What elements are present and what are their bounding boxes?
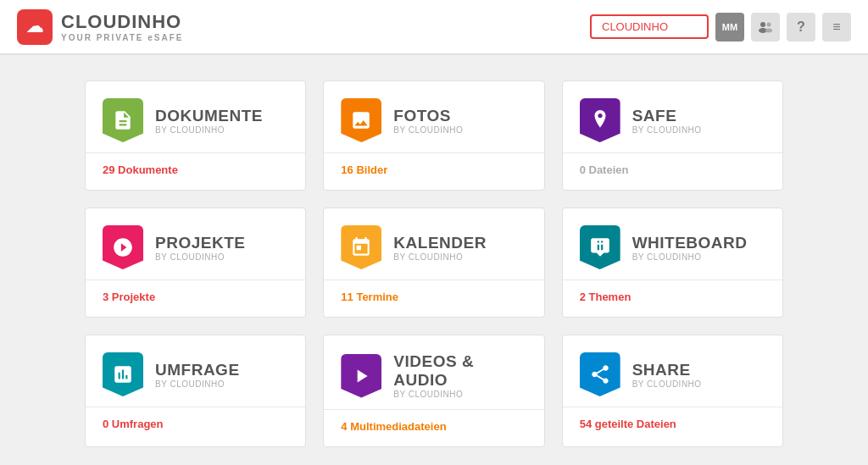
tile-divider-dokumente — [86, 152, 305, 153]
help-button[interactable]: ? — [787, 13, 815, 42]
tile-divider-videos — [324, 409, 543, 410]
tile-icon-whiteboard — [580, 225, 620, 269]
tile-header-whiteboard: WHITEBOARD BY CLOUDINHO — [580, 225, 765, 269]
tile-divider-whiteboard — [563, 280, 782, 280]
tile-divider-safe — [563, 152, 782, 153]
tile-name-projekte: PROJEKTE — [155, 234, 245, 252]
tile-title-area-kalender: KALENDER BY CLOUDINHO — [393, 234, 487, 262]
tile-name-whiteboard: WHITEBOARD — [632, 234, 748, 252]
svg-point-5 — [765, 28, 772, 32]
main-content: DOKUMENTE BY CLOUDINHO 29 Dokumente FOTO… — [0, 55, 868, 465]
tile-count-safe: 0 Dateien — [580, 163, 629, 176]
mm-button[interactable]: MM — [715, 13, 744, 42]
tile-divider-umfrage — [86, 407, 305, 407]
tile-by-umfrage: BY CLOUDINHO — [155, 379, 240, 389]
tile-by-dokumente: BY CLOUDINHO — [155, 125, 263, 135]
tile-title-area-projekte: PROJEKTE BY CLOUDINHO — [155, 234, 245, 262]
logo-area: ☁ CLOUDINHO YOUR PRIVATE eSAFE — [17, 9, 184, 45]
tile-name-share: SHARE — [632, 361, 702, 379]
tile-header-videos: VIDEOS & AUDIO BY CLOUDINHO — [341, 352, 526, 399]
tile-count-projekte: 3 Projekte — [103, 291, 155, 303]
users-button[interactable] — [751, 13, 780, 42]
tile-name-dokumente: DOKUMENTE — [155, 107, 263, 125]
logo-text: CLOUDINHO YOUR PRIVATE eSAFE — [61, 11, 184, 42]
tile-projekte[interactable]: PROJEKTE BY CLOUDINHO 3 Projekte — [85, 208, 306, 318]
tile-title-area-dokumente: DOKUMENTE BY CLOUDINHO — [155, 107, 263, 135]
tile-by-videos: BY CLOUDINHO — [393, 390, 526, 399]
tile-count-kalender: 11 Termine — [341, 291, 398, 303]
menu-icon: ≡ — [832, 19, 840, 35]
tile-divider-projekte — [86, 280, 305, 280]
tile-count-whiteboard: 2 Themen — [580, 291, 632, 303]
header: ☁ CLOUDINHO YOUR PRIVATE eSAFE MM ? ≡ — [0, 0, 868, 55]
tile-header-umfrage: UMFRAGE BY CLOUDINHO — [103, 352, 288, 396]
tile-icon-dokumente — [103, 98, 143, 142]
tile-divider-kalender — [324, 280, 543, 280]
tile-count-dokumente: 29 Dokumente — [103, 163, 178, 176]
tile-by-kalender: BY CLOUDINHO — [393, 252, 487, 262]
svg-point-4 — [767, 22, 771, 26]
header-right: MM ? ≡ — [590, 13, 851, 42]
tile-share[interactable]: SHARE BY CLOUDINHO 54 geteilte Dateien — [562, 335, 783, 447]
tile-icon-umfrage — [103, 352, 143, 396]
tile-title-area-whiteboard: WHITEBOARD BY CLOUDINHO — [632, 234, 748, 262]
tile-whiteboard[interactable]: WHITEBOARD BY CLOUDINHO 2 Themen — [562, 208, 783, 318]
tile-kalender[interactable]: KALENDER BY CLOUDINHO 11 Termine — [323, 208, 544, 318]
tile-by-safe: BY CLOUDINHO — [632, 125, 702, 135]
tile-title-area-share: SHARE BY CLOUDINHO — [632, 361, 702, 389]
tile-icon-videos — [341, 354, 381, 398]
help-icon: ? — [797, 19, 805, 35]
tile-header-dokumente: DOKUMENTE BY CLOUDINHO — [103, 98, 288, 142]
tile-title-area-safe: SAFE BY CLOUDINHO — [632, 107, 702, 135]
tile-count-videos: 4 Multimediadateien — [341, 420, 446, 433]
tile-header-kalender: KALENDER BY CLOUDINHO — [341, 225, 526, 269]
tile-title-area-fotos: FOTOS BY CLOUDINHO — [393, 107, 463, 135]
menu-button[interactable]: ≡ — [822, 13, 851, 42]
tile-title-area-videos: VIDEOS & AUDIO BY CLOUDINHO — [393, 352, 526, 399]
tile-dokumente[interactable]: DOKUMENTE BY CLOUDINHO 29 Dokumente — [85, 80, 306, 191]
tile-count-share: 54 geteilte Dateien — [580, 418, 676, 430]
tile-safe[interactable]: SAFE BY CLOUDINHO 0 Dateien — [562, 80, 783, 191]
tile-name-safe: SAFE — [632, 107, 702, 125]
tile-count-umfrage: 0 Umfragen — [103, 418, 164, 430]
tile-by-fotos: BY CLOUDINHO — [393, 125, 463, 135]
tile-by-whiteboard: BY CLOUDINHO — [632, 252, 748, 262]
tiles-grid: DOKUMENTE BY CLOUDINHO 29 Dokumente FOTO… — [85, 80, 783, 447]
tile-icon-projekte — [103, 225, 143, 269]
logo-title: CLOUDINHO — [61, 11, 184, 33]
tile-by-projekte: BY CLOUDINHO — [155, 252, 245, 262]
tile-title-area-umfrage: UMFRAGE BY CLOUDINHO — [155, 361, 240, 389]
tile-umfrage[interactable]: UMFRAGE BY CLOUDINHO 0 Umfragen — [85, 335, 306, 447]
users-icon — [758, 21, 773, 33]
tile-fotos[interactable]: FOTOS BY CLOUDINHO 16 Bilder — [323, 80, 544, 191]
tile-icon-kalender — [341, 225, 381, 269]
svg-point-2 — [760, 22, 765, 27]
tile-name-videos: VIDEOS & AUDIO — [393, 352, 526, 390]
tile-icon-share — [580, 352, 620, 396]
logo-subtitle: YOUR PRIVATE eSAFE — [61, 33, 184, 42]
tile-header-fotos: FOTOS BY CLOUDINHO — [341, 98, 526, 142]
tile-name-umfrage: UMFRAGE — [155, 361, 240, 379]
svg-text:☁: ☁ — [26, 17, 43, 36]
tile-name-kalender: KALENDER — [393, 234, 487, 252]
tile-by-share: BY CLOUDINHO — [632, 379, 702, 389]
tile-name-fotos: FOTOS — [393, 107, 463, 125]
tile-header-share: SHARE BY CLOUDINHO — [580, 352, 765, 396]
logo-icon: ☁ — [17, 9, 53, 45]
tile-divider-share — [563, 407, 782, 407]
tile-header-projekte: PROJEKTE BY CLOUDINHO — [103, 225, 288, 269]
tile-count-fotos: 16 Bilder — [341, 163, 387, 176]
search-input[interactable] — [590, 14, 709, 39]
tile-divider-fotos — [324, 152, 543, 153]
tile-icon-fotos — [341, 98, 381, 142]
tile-header-safe: SAFE BY CLOUDINHO — [580, 98, 765, 142]
tile-icon-safe — [580, 98, 620, 142]
tile-videos[interactable]: VIDEOS & AUDIO BY CLOUDINHO 4 Multimedia… — [323, 335, 544, 447]
